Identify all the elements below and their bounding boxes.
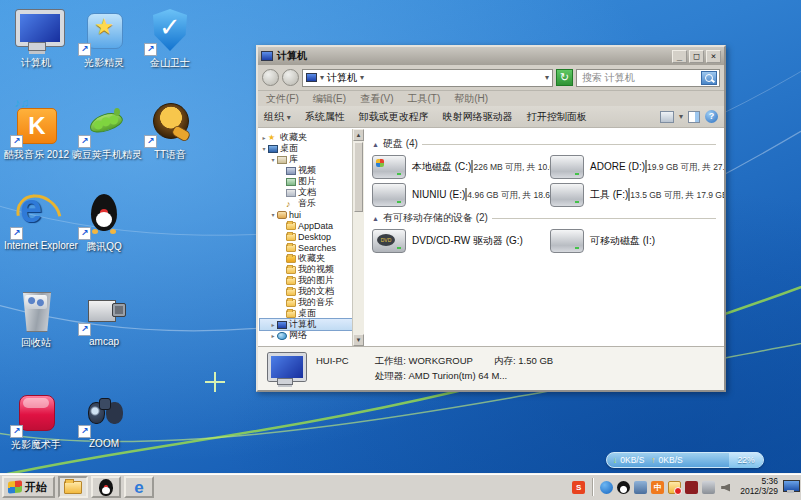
desktop-icon-recycle-bin[interactable]: 回收站 <box>4 286 68 350</box>
collapse-icon[interactable]: ▲ <box>372 141 379 148</box>
tree-item-folder[interactable]: AppData <box>260 220 352 231</box>
qq-taskbar-button[interactable] <box>91 476 121 498</box>
folder-alert-icon[interactable] <box>668 481 681 494</box>
tree-item-user[interactable]: ▾hui <box>260 209 352 220</box>
qq-tray-icon[interactable] <box>617 481 630 494</box>
drive-item[interactable]: ADORE (D:)19.9 GB 可用, 共 27.9 GB <box>550 155 722 179</box>
start-button[interactable]: 开始 <box>2 476 55 498</box>
drive-item[interactable]: 可移动磁盘 (I:) <box>550 229 722 253</box>
scroll-up-icon[interactable]: ▲ <box>353 129 364 141</box>
desktop-icon-peapod[interactable]: ↗豌豆荚手机精灵 <box>72 98 136 162</box>
drive-icon <box>550 183 584 207</box>
expander-icon[interactable]: ▾ <box>269 156 277 163</box>
minimize-button[interactable]: _ <box>672 50 687 63</box>
toolbar-button[interactable]: 卸载或更改程序 <box>359 110 429 124</box>
window-titlebar[interactable]: 计算机 _ □ × <box>258 47 724 65</box>
menu-item[interactable]: 查看(V) <box>360 92 393 106</box>
shortcut-arrow-icon: ↗ <box>78 135 91 148</box>
organize-button[interactable]: 组织 ▾ <box>264 110 291 124</box>
device-icon[interactable] <box>702 481 715 494</box>
preview-pane-icon[interactable] <box>688 111 700 123</box>
drive-item[interactable]: 本地磁盘 (C:)226 MB 可用, 共 10.0 GB <box>372 155 544 179</box>
drive-icon <box>550 155 584 179</box>
forward-button[interactable] <box>282 69 299 86</box>
maximize-button[interactable]: □ <box>689 50 704 63</box>
back-button[interactable] <box>262 69 279 86</box>
search-box[interactable]: 搜索 计算机 <box>576 69 720 87</box>
taskbar-clock[interactable]: 5:36 2012/3/29 <box>738 477 780 497</box>
menu-item[interactable]: 帮助(H) <box>454 92 488 106</box>
chevron-icon[interactable]: ▾ <box>360 73 364 82</box>
refresh-button[interactable]: ↻ <box>556 69 573 86</box>
recycle-bin-icon <box>12 286 60 334</box>
ime-icon[interactable]: 中 <box>651 481 664 494</box>
player-icon[interactable] <box>685 481 698 494</box>
desktop-icon-photo-app[interactable]: ↗光影魔术手 <box>4 388 68 452</box>
explorer-taskbar-button[interactable] <box>58 476 88 498</box>
drive-item[interactable]: 工具 (F:)13.5 GB 可用, 共 17.9 GB <box>550 183 722 207</box>
volume-icon[interactable] <box>719 481 732 494</box>
scroll-down-icon[interactable]: ▼ <box>353 334 364 346</box>
address-location: 计算机 <box>327 71 357 85</box>
desktop-icon-camera[interactable]: ↗amcap <box>72 286 136 347</box>
address-bar: ▾ 计算机 ▾ ▾ ↻ 搜索 计算机 <box>258 65 724 91</box>
shield-check-icon[interactable] <box>600 481 613 494</box>
desktop-icon-kuwo-music[interactable]: ↗酷我音乐 2012 <box>4 98 68 162</box>
toolbar-button[interactable]: 映射网络驱动器 <box>443 110 513 124</box>
folder-icon <box>286 299 296 307</box>
scrollbar-thumb[interactable] <box>354 142 363 212</box>
display-tray-icon[interactable] <box>783 480 799 494</box>
drive-item[interactable]: NIUNIU (E:)4.96 GB 可用, 共 18.6 GB <box>372 183 544 207</box>
drive-item[interactable]: DVD/CD-RW 驱动器 (G:) <box>372 229 544 253</box>
menu-bar: 文件(F)编辑(E)查看(V)工具(T)帮助(H) <box>258 91 724 106</box>
search-icon[interactable] <box>701 71 717 85</box>
expander-icon[interactable]: ▸ <box>260 134 268 141</box>
tree-item-label: 库 <box>289 153 298 166</box>
desktop-icon-tt-voice[interactable]: ↗TT语音 <box>138 98 202 162</box>
views-icon[interactable] <box>660 111 674 123</box>
collapse-icon[interactable]: ▲ <box>372 215 379 222</box>
desktop-icon-qq[interactable]: ↗腾讯QQ <box>72 190 136 254</box>
help-icon[interactable]: ? <box>705 110 718 123</box>
menu-item[interactable]: 编辑(E) <box>313 92 346 106</box>
computer-icon <box>266 351 306 387</box>
drive-icon <box>372 183 406 207</box>
close-button[interactable]: × <box>706 50 721 63</box>
shortcut-arrow-icon: ↗ <box>10 135 23 148</box>
folder-icon <box>286 222 296 230</box>
navigation-scrollbar[interactable]: ▲ ▼ <box>352 129 364 346</box>
folder-icon <box>64 481 82 494</box>
desktop-icon-computer[interactable]: 计算机 <box>4 6 68 70</box>
tree-item-star[interactable]: ▸收藏夹 <box>260 132 352 143</box>
desktop-icon-ie[interactable]: ↗Internet Explorer <box>4 190 68 251</box>
menu-item[interactable]: 工具(T) <box>407 92 440 106</box>
toolbar-button[interactable]: 系统属性 <box>305 110 345 124</box>
network-speed-widget[interactable]: ↓ 0KB/S ↑ 0KB/S 22% <box>606 452 764 468</box>
menu-item[interactable]: 文件(F) <box>266 92 299 106</box>
ie-icon: e <box>134 479 143 496</box>
history-dropdown-icon[interactable]: ▾ <box>545 73 549 82</box>
tree-item-desktop[interactable]: ▾桌面 <box>260 143 352 154</box>
desktop-icon-binoculars[interactable]: ↗ZOOM <box>72 388 136 449</box>
views-dropdown-icon[interactable]: ▾ <box>679 112 683 121</box>
section-header[interactable]: ▲硬盘 (4) <box>372 137 716 151</box>
tree-item-folder[interactable]: Desktop <box>260 231 352 242</box>
expander-icon[interactable]: ▾ <box>260 145 268 152</box>
ie-taskbar-button[interactable]: e <box>124 476 154 498</box>
tree-item-music[interactable]: 音乐 <box>260 198 352 209</box>
chevron-icon[interactable]: ▾ <box>320 73 324 82</box>
sogou-input-icon[interactable]: S <box>572 481 585 494</box>
processor-value: AMD Turion(tm) 64 M... <box>409 370 508 381</box>
desktop-icon-star-app[interactable]: ↗光影精灵 <box>72 6 136 70</box>
toolbar-button[interactable]: 打开控制面板 <box>527 110 587 124</box>
expander-icon[interactable]: ▾ <box>269 211 277 218</box>
expander-icon[interactable]: ▸ <box>269 321 277 328</box>
messenger-icon[interactable] <box>634 481 647 494</box>
section-header[interactable]: ▲有可移动存储的设备 (2) <box>372 211 716 225</box>
desktop-icon-shield[interactable]: ↗金山卫士 <box>138 6 202 70</box>
qq-icon <box>99 479 113 496</box>
tree-item-network[interactable]: ▸网络 <box>260 330 352 341</box>
desktop-icon-label: 光影精灵 <box>72 56 136 70</box>
address-field[interactable]: ▾ 计算机 ▾ ▾ <box>302 69 553 87</box>
expander-icon[interactable]: ▸ <box>269 332 277 339</box>
